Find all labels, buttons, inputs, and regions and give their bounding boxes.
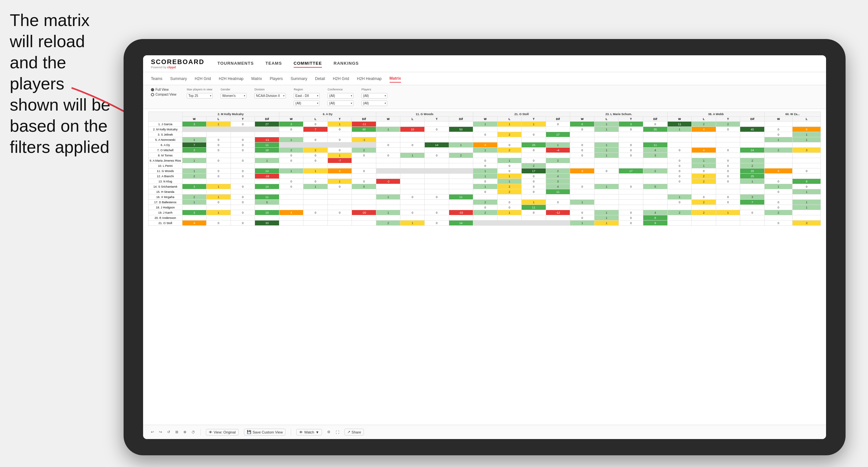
matrix-cell[interactable]: 2 xyxy=(643,168,667,174)
matrix-cell[interactable] xyxy=(570,174,594,179)
matrix-cell[interactable] xyxy=(667,132,692,137)
matrix-cell[interactable]: 0 xyxy=(230,174,255,179)
matrix-cell[interactable] xyxy=(449,200,473,205)
subnav-detail[interactable]: Detail xyxy=(315,75,325,82)
matrix-cell[interactable] xyxy=(303,132,328,137)
redo-btn[interactable]: ↪ xyxy=(159,430,162,434)
matrix-cell[interactable] xyxy=(303,189,328,194)
matrix-cell[interactable]: 0 xyxy=(473,132,498,137)
matrix-cell[interactable]: 7 xyxy=(182,143,207,148)
matrix-cell[interactable]: 11 xyxy=(522,205,546,210)
subnav-h2h-heatmap2[interactable]: H2H Heatmap xyxy=(357,75,381,82)
matrix-cell[interactable] xyxy=(279,200,303,205)
matrix-cell[interactable] xyxy=(716,143,740,148)
matrix-cell[interactable] xyxy=(740,205,765,210)
matrix-cell[interactable]: -18 xyxy=(255,174,279,179)
matrix-cell[interactable] xyxy=(716,137,740,143)
matrix-cell[interactable] xyxy=(522,215,546,220)
matrix-cell[interactable] xyxy=(793,158,821,163)
matrix-cell[interactable]: 11 xyxy=(449,194,473,200)
matrix-cell[interactable] xyxy=(546,127,570,132)
matrix-cell[interactable]: 1 xyxy=(473,168,498,174)
matrix-cell[interactable]: 1 xyxy=(692,163,716,168)
matrix-cell[interactable]: 2 xyxy=(497,184,522,189)
matrix-cell[interactable]: 0 xyxy=(207,200,231,205)
matrix-cell[interactable] xyxy=(328,163,352,168)
matrix-cell[interactable]: 1 xyxy=(328,122,352,127)
matrix-cell[interactable] xyxy=(667,137,692,143)
matrix-cell[interactable] xyxy=(594,194,619,200)
matrix-cell[interactable]: 0 xyxy=(619,215,643,220)
matrix-cell[interactable]: 3 xyxy=(793,148,821,153)
matrix-cell[interactable] xyxy=(230,132,255,137)
matrix-cell[interactable]: 0 xyxy=(230,220,255,226)
matrix-cell[interactable] xyxy=(546,153,570,158)
matrix-cell[interactable]: 0 xyxy=(497,168,522,174)
undo-btn[interactable]: ↩ xyxy=(151,430,154,434)
matrix-cell[interactable] xyxy=(376,122,400,127)
matrix-cell[interactable]: 1 xyxy=(400,220,425,226)
matrix-cell[interactable]: 0 xyxy=(425,127,449,132)
matrix-cell[interactable]: 0 xyxy=(522,158,546,163)
matrix-cell[interactable]: 0 xyxy=(279,153,303,158)
matrix-cell[interactable]: 1 xyxy=(473,148,498,153)
matrix-cell[interactable]: 0 xyxy=(352,179,376,184)
matrix-cell[interactable]: 5 xyxy=(643,184,667,189)
matrix-cell[interactable]: 2 xyxy=(473,200,498,205)
matrix-cell[interactable] xyxy=(643,205,667,210)
matrix-cell[interactable]: 1 xyxy=(376,210,400,215)
matrix-cell[interactable] xyxy=(692,205,716,210)
matrix-cell[interactable] xyxy=(425,132,449,137)
matrix-cell[interactable]: 2 xyxy=(764,148,792,153)
matrix-cell[interactable]: 1 xyxy=(328,153,352,158)
matrix-cell[interactable] xyxy=(764,143,792,148)
matrix-cell[interactable] xyxy=(303,194,328,200)
matrix-cell[interactable] xyxy=(667,184,692,189)
matrix-cell[interactable] xyxy=(619,163,643,168)
matrix-cell[interactable] xyxy=(793,215,821,220)
matrix-cell[interactable]: 1 xyxy=(207,184,231,189)
matrix-cell[interactable]: 17 xyxy=(522,168,546,174)
matrix-cell[interactable] xyxy=(619,132,643,137)
matrix-cell[interactable]: 4 xyxy=(643,210,667,215)
matrix-cell[interactable]: 1 xyxy=(716,210,740,215)
matrix-cell[interactable]: 0 xyxy=(692,168,716,174)
nav-committee[interactable]: COMMITTEE xyxy=(294,60,322,68)
matrix-cell[interactable] xyxy=(793,143,821,148)
matrix-cell[interactable]: 0 xyxy=(473,158,498,163)
matrix-cell[interactable]: 2 xyxy=(497,132,522,137)
matrix-cell[interactable]: 0 xyxy=(473,163,498,168)
matrix-content[interactable]: 2. M Kelly Mulcahy 6. A Dy 11. G Woods 2… xyxy=(143,109,826,425)
matrix-cell[interactable] xyxy=(449,122,473,127)
matrix-cell[interactable]: -11 xyxy=(255,137,279,143)
matrix-cell[interactable] xyxy=(425,205,449,210)
matrix-cell[interactable]: 3 xyxy=(793,220,821,226)
matrix-cell[interactable] xyxy=(255,215,279,220)
matrix-cell[interactable] xyxy=(546,215,570,220)
matrix-cell[interactable]: 0 xyxy=(230,184,255,189)
matrix-cell[interactable] xyxy=(497,137,522,143)
matrix-cell[interactable] xyxy=(182,205,207,210)
full-view-radio[interactable]: Full View xyxy=(151,88,176,91)
matrix-cell[interactable] xyxy=(473,215,498,220)
matrix-cell[interactable] xyxy=(570,137,594,143)
matrix-cell[interactable]: 8 xyxy=(643,215,667,220)
matrix-cell[interactable]: 14 xyxy=(255,168,279,174)
matrix-cell[interactable] xyxy=(255,189,279,194)
matrix-cell[interactable] xyxy=(667,220,692,226)
matrix-cell[interactable] xyxy=(376,189,400,194)
matrix-cell[interactable]: -4 xyxy=(546,148,570,153)
matrix-cell[interactable] xyxy=(376,137,400,143)
matrix-cell[interactable] xyxy=(279,205,303,210)
matrix-cell[interactable] xyxy=(497,194,522,200)
matrix-cell[interactable] xyxy=(303,215,328,220)
matrix-cell[interactable] xyxy=(425,189,449,194)
matrix-cell[interactable]: 0 xyxy=(328,210,352,215)
matrix-cell[interactable] xyxy=(619,194,643,200)
matrix-cell[interactable]: 0 xyxy=(716,174,740,179)
matrix-cell[interactable]: 0 xyxy=(303,179,328,184)
matrix-cell[interactable]: 0 xyxy=(328,148,352,153)
matrix-cell[interactable] xyxy=(570,205,594,210)
matrix-cell[interactable] xyxy=(449,215,473,220)
matrix-cell[interactable]: 0 xyxy=(230,158,255,163)
